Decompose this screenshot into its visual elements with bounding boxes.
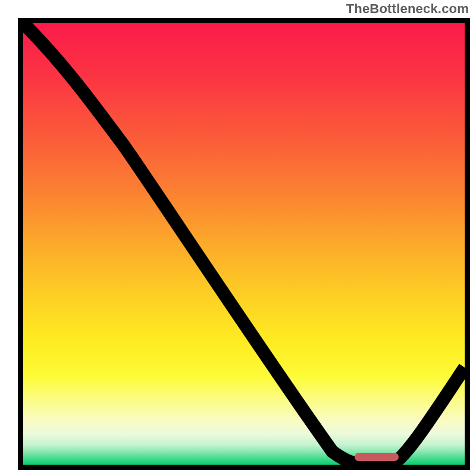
chart-frame bbox=[18, 18, 470, 470]
bottleneck-curve bbox=[23, 23, 465, 465]
svg-rect-0 bbox=[23, 23, 465, 465]
watermark-text: TheBottleneck.com bbox=[346, 1, 469, 17]
background-gradient bbox=[23, 23, 465, 465]
optimal-marker bbox=[355, 453, 399, 461]
plot-area bbox=[23, 23, 465, 465]
